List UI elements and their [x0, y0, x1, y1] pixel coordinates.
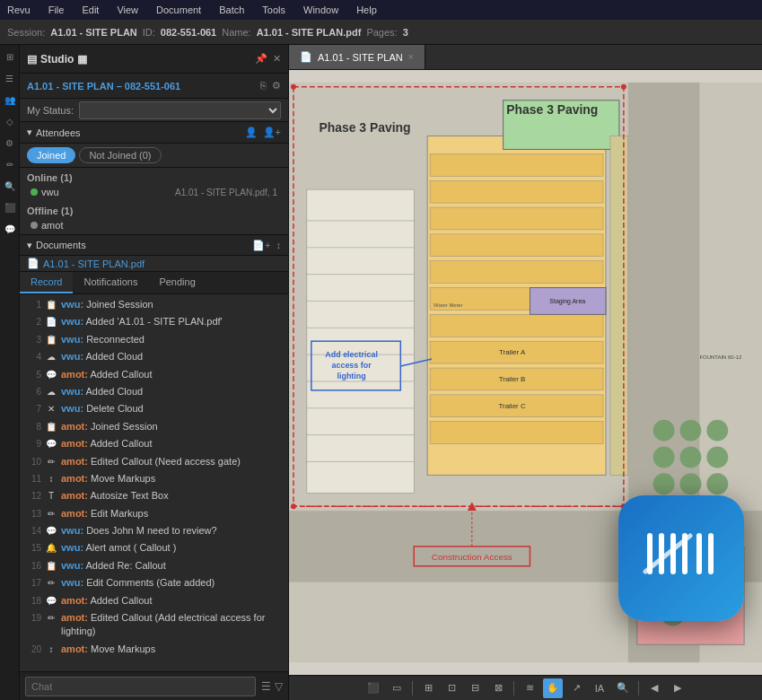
record-item: 5 💬 amot: Added Callout	[20, 366, 288, 383]
record-icon: ✏	[45, 508, 57, 521]
menu-edit[interactable]: Edit	[78, 4, 102, 15]
attendee-vwu: vwu A1.01 - SITE PLAN.pdf, 1	[27, 185, 281, 199]
left-panel: ▤ Studio ▦ 📌 ✕ A1.01 - SITE PLAN – 082-5…	[20, 45, 289, 700]
menu-window[interactable]: Window	[300, 4, 342, 15]
record-user: amot:	[61, 490, 88, 501]
record-text: vwu: Reconnected	[61, 333, 283, 346]
tab-notifications[interactable]: Notifications	[73, 272, 148, 293]
record-item: 9 💬 amot: Added Callout	[20, 435, 288, 452]
svg-text:Trailer B: Trailer B	[499, 375, 526, 383]
record-text: amot: Added Callout	[61, 368, 283, 381]
record-user: vwu:	[61, 577, 83, 588]
add-doc-icon[interactable]: 📄+	[252, 240, 270, 251]
sidebar-icon-chat[interactable]: 💬	[2, 221, 18, 237]
sidebar-icon-4[interactable]: ⚙	[2, 135, 18, 151]
copy-icon[interactable]: ⎘	[260, 80, 267, 92]
svg-point-37	[653, 447, 675, 468]
tool-zoom[interactable]: 🔍	[613, 678, 633, 698]
doc-tab-active[interactable]: 📄 A1.01 - SITE PLAN ×	[289, 45, 425, 69]
tool-prev[interactable]: ◀	[644, 678, 664, 698]
add-user-icon[interactable]: 👤+	[263, 127, 281, 138]
record-icon: 💬	[45, 525, 57, 538]
close-tab-button[interactable]: ×	[408, 52, 414, 62]
attendees-icons: 👤 👤+	[245, 127, 281, 138]
record-list: 1 📋 vwu: Joined Session 2 📄 vwu: Added '…	[20, 294, 288, 671]
doc-file-item[interactable]: 📄 A1.01 - SITE PLAN.pdf	[20, 256, 288, 271]
record-text: vwu: Added Cloud	[61, 385, 283, 398]
menu-tools[interactable]: Tools	[258, 4, 289, 15]
invite-icon[interactable]: 👤	[245, 127, 258, 138]
record-action: Added Callout	[90, 438, 152, 449]
sidebar-icon-7[interactable]: ⬛	[2, 199, 18, 215]
sliders-icon[interactable]: ⚙	[272, 80, 281, 92]
menu-document[interactable]: Document	[153, 4, 205, 15]
record-text: vwu: Delete Cloud	[61, 402, 283, 416]
session-info: Session: A1.01 - SITE PLAN ID: 082-551-0…	[7, 27, 408, 38]
sort-doc-icon[interactable]: ↕	[276, 240, 282, 251]
tool-single[interactable]: ⊡	[442, 678, 461, 698]
tool-nav[interactable]: ≋	[520, 678, 539, 698]
record-item: 8 📋 amot: Joined Session	[20, 418, 288, 435]
menu-batch[interactable]: Batch	[215, 4, 248, 15]
record-item: 13 ✏ amot: Edit Markups	[20, 505, 288, 522]
svg-rect-18	[430, 234, 603, 257]
record-action: Joined Session	[86, 299, 153, 310]
sidebar-icon-search[interactable]: 🔍	[2, 178, 18, 194]
docs-label: Documents	[36, 240, 86, 250]
record-num: 15	[25, 541, 41, 555]
record-item: 14 💬 vwu: Does John M need to review?	[20, 522, 288, 539]
pin-icon[interactable]: 📌	[255, 53, 267, 65]
record-icon: 📄	[45, 316, 57, 328]
svg-text:FOUNTAIN 60-12: FOUNTAIN 60-12	[699, 354, 742, 360]
record-item: 7 ✕ vwu: Delete Cloud	[20, 400, 288, 417]
tab-record[interactable]: Record	[20, 272, 73, 293]
attendees-label: Attendees	[36, 127, 81, 138]
status-select[interactable]	[79, 101, 281, 119]
tool-pointer[interactable]: ↗	[566, 678, 586, 698]
chat-list-icon[interactable]: ☰	[261, 680, 271, 693]
record-text: amot: Move Markups	[61, 472, 283, 486]
docs-chevron-icon[interactable]: ▾	[27, 240, 32, 251]
record-text: vwu: Added Re: Callout	[61, 559, 283, 573]
record-text: amot: Added Callout	[61, 437, 283, 451]
svg-rect-25	[430, 422, 603, 444]
tool-text[interactable]: IA	[590, 678, 609, 698]
studio-collapse-icon[interactable]: ▦	[77, 53, 87, 66]
docs-icons: 📄+ ↕	[252, 240, 281, 251]
sidebar-icon-studio[interactable]: 👥	[2, 92, 18, 108]
tool-four[interactable]: ⊠	[488, 678, 508, 698]
tool-rect[interactable]: ▭	[387, 678, 407, 698]
chevron-icon[interactable]: ▾	[27, 127, 32, 138]
tool-grid[interactable]: ⊞	[418, 678, 438, 698]
tool-next[interactable]: ▶	[668, 678, 688, 698]
tab-pending[interactable]: Pending	[148, 272, 206, 293]
tool-two[interactable]: ⊟	[465, 678, 485, 698]
attendee-amot: amot	[27, 218, 281, 232]
sidebar-icon-3[interactable]: ◇	[2, 113, 18, 129]
menu-file[interactable]: File	[45, 4, 68, 15]
record-action: Edited Callout (Add electrical access fo…	[61, 612, 265, 636]
record-icon: ☁	[45, 351, 57, 363]
sidebar-icon-1[interactable]: ☰	[2, 70, 18, 86]
not-joined-tab[interactable]: Not Joined (0)	[79, 147, 161, 163]
record-action: Move Markups	[91, 643, 155, 654]
record-action: Edited Callout (Need access gate)	[91, 456, 241, 467]
record-num: 14	[25, 524, 41, 538]
menu-help[interactable]: Help	[353, 4, 381, 15]
settings-icon[interactable]: ✕	[273, 53, 281, 65]
joined-tab[interactable]: Joined	[27, 147, 75, 163]
record-item: 1 📋 vwu: Joined Session	[20, 296, 288, 313]
tool-square[interactable]: ⬛	[363, 678, 383, 698]
id-label: ID:	[143, 27, 155, 38]
record-text: vwu: Added 'A1.01 - SITE PLAN.pdf'	[61, 315, 283, 328]
menu-revu[interactable]: Revu	[4, 4, 34, 15]
sidebar-icon-5[interactable]: ✏	[2, 156, 18, 172]
offline-section: Offline (1) amot	[20, 201, 288, 234]
sidebar-icon-0[interactable]: ⊞	[2, 48, 18, 65]
online-dot	[31, 188, 38, 196]
menu-view[interactable]: View	[113, 4, 142, 15]
status-row: My Status:	[20, 99, 288, 122]
chat-input[interactable]	[25, 677, 256, 696]
tool-hand[interactable]: ✋	[543, 678, 563, 698]
chat-filter-icon[interactable]: ▽	[275, 680, 283, 693]
